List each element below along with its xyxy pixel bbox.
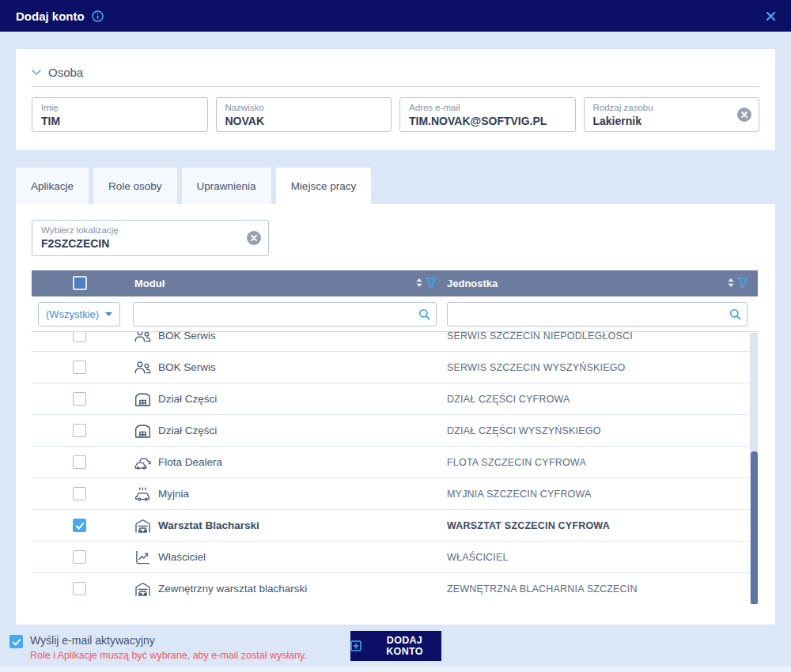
module-name: Dział Części [158,425,217,436]
dialog-titlebar: Dodaj konto [0,0,791,32]
tab-aplikacje[interactable]: Aplikacje [16,168,89,204]
filter-icon-jednostka[interactable] [737,277,748,289]
filter-select-value: (Wszystkie) [46,308,99,320]
field-label: Nazwisko [225,102,383,113]
module-name: Dział Części [158,393,217,405]
caret-down-icon [105,312,112,316]
table-row[interactable]: Flota Dealera FLOTA SZCZECIN CYFROWA [32,447,758,478]
table-row[interactable]: BOK Serwis SERWIS SZCZECIN NIEPODLEGŁOŚC… [32,331,758,352]
sort-icon-jednostka[interactable] [728,278,734,287]
row-checkbox[interactable] [73,361,86,374]
location-field-label: Wybierz lokalizację [41,225,259,236]
tab-role-osoby[interactable]: Role osoby [93,168,177,204]
table-row[interactable]: BOK Serwis SERWIS SZCZECIN WYSZYŃSKIEGO [32,352,758,383]
tab-uprawnienia[interactable]: Uprawnienia [182,168,271,204]
location-field-value: F2SZCZECIN [41,236,259,251]
activation-email-checkbox[interactable] [9,635,23,648]
table-header: Moduł Jednostka [32,270,758,296]
activation-email-note: Role i Aplikacje muszą być wybrane, aby … [30,650,307,661]
person-section: Osoba Imię TIM Nazwisko NOVAK Adres e-ma… [16,49,775,150]
unit-name: DZIAŁ CZĘŚCI WYSZYŃSKIEGO [447,425,758,436]
person-field[interactable]: Adres e-mail TIM.NOVAK@SOFTVIG.PL [399,97,576,132]
field-label: Adres e-mail [409,102,566,113]
field-label: Rodzaj zasobu [593,102,751,113]
garage-icon [134,582,151,596]
row-checkbox[interactable] [73,392,86,406]
unit-name: WŁAŚCICIEL [447,552,758,563]
module-name: Właściciel [158,551,206,563]
select-all-checkbox[interactable] [73,276,87,290]
section-title: Osoba [48,66,83,79]
table-row[interactable]: Zewnętrzny warsztat blacharski ZEWNĘTRZN… [32,573,758,604]
module-name: Warsztat Blacharski [158,519,259,531]
tab-strip: Aplikacje Role osoby Uprawnienia Miejsce… [16,168,371,204]
unit-name: SERWIS SZCZECIN NIEPODLEGŁOŚCI [447,331,758,342]
unit-name: ZEWNĘTRZNA BLACHARNIA SZCZECIN [447,583,758,595]
person-field[interactable]: Imię TIM [32,97,208,132]
filter-icon-modul[interactable] [426,277,437,289]
table-rows: BOK Serwis SERWIS SZCZECIN NIEPODLEGŁOŚC… [32,331,758,604]
module-name: BOK Serwis [158,331,216,342]
module-name: Zewnętrzny warsztat blacharski [158,583,307,595]
people-icon [134,361,151,375]
fleet-icon [134,455,151,470]
table-row[interactable]: Właściciel WŁAŚCICIEL [32,542,758,573]
field-label: Imię [41,102,199,113]
close-icon[interactable] [766,12,775,21]
table-row[interactable]: Dział Części DZIAŁ CZĘŚCI WYSZYŃSKIEGO [32,415,758,447]
field-value: Lakiernik [593,114,751,128]
column-header-jednostka[interactable]: Jednostka [447,277,498,289]
owner-icon [134,550,151,564]
row-checkbox[interactable] [73,487,86,500]
table-row[interactable]: Warsztat Blacharski WARSZTAT SZCZECIN CY… [32,510,758,542]
row-checkbox[interactable] [73,582,86,595]
sort-icon-modul[interactable] [416,278,422,287]
workplace-table: Moduł Jednostka (Wszystkie) [32,270,758,604]
row-checkbox[interactable] [73,455,86,469]
table-filter-row: (Wszystkie) [32,296,758,331]
plus-square-icon [350,640,361,651]
unit-name: FLOTA SZCZECIN CYFROWA [447,457,758,468]
parts-icon [134,424,151,438]
module-name: Myjnia [158,488,189,500]
clear-field-icon[interactable] [737,108,751,122]
info-icon[interactable] [92,10,104,22]
person-field[interactable]: Nazwisko NOVAK [216,97,392,132]
activation-email-label: Wyślij e-mail aktywacyjny [30,634,307,647]
field-value: NOVAK [225,114,383,128]
table-row[interactable]: Dział Części DZIAŁ CZĘŚCI CYFROWA [32,383,758,415]
people-icon [134,331,151,343]
field-value: TIM [41,114,199,128]
garage-icon [134,519,151,533]
table-row[interactable]: Myjnia MYJNIA SZCZECIN CYFROWA [32,478,758,510]
table-body-viewport: BOK Serwis SERWIS SZCZECIN NIEPODLEGŁOŚC… [32,331,758,604]
unit-name: SERWIS SZCZECIN WYSZYŃSKIEGO [447,362,758,373]
bottom-strip [0,666,791,672]
unit-name: MYJNIA SZCZECIN CYFROWA [447,489,758,500]
module-search-input[interactable] [133,302,437,327]
unit-name: DZIAŁ CZĘŚCI CYFROWA [447,394,758,405]
row-checkbox[interactable] [73,550,86,564]
clear-location-icon[interactable] [247,231,261,245]
filter-select[interactable]: (Wszystkie) [38,302,120,327]
workplace-panel: Wybierz lokalizację F2SZCZECIN Moduł Jed… [16,204,775,625]
activation-email-option: Wyślij e-mail aktywacyjny Role i Aplikac… [9,634,307,661]
dialog-title: Dodaj konto [16,9,85,23]
tab-miejsce-pracy[interactable]: Miejsce pracy [276,168,372,204]
scrollbar-track[interactable] [750,333,758,604]
module-name: Flota Dealera [158,456,222,468]
field-value: TIM.NOVAK@SOFTVIG.PL [409,114,566,128]
row-checkbox[interactable] [73,519,86,532]
column-header-modul[interactable]: Moduł [134,277,165,289]
scrollbar-thumb[interactable] [751,451,758,604]
unit-search-input[interactable] [447,302,747,327]
parts-icon [134,392,151,406]
add-account-button[interactable]: DODAJ KONTO [350,631,441,661]
row-checkbox[interactable] [73,331,86,342]
module-name: BOK Serwis [158,361,216,373]
chevron-down-icon[interactable] [32,70,41,75]
person-field[interactable]: Rodzaj zasobu Lakiernik [584,97,760,132]
row-checkbox[interactable] [73,424,86,437]
person-fields: Imię TIM Nazwisko NOVAK Adres e-mail TIM… [32,97,759,132]
location-field[interactable]: Wybierz lokalizację F2SZCZECIN [32,220,269,256]
